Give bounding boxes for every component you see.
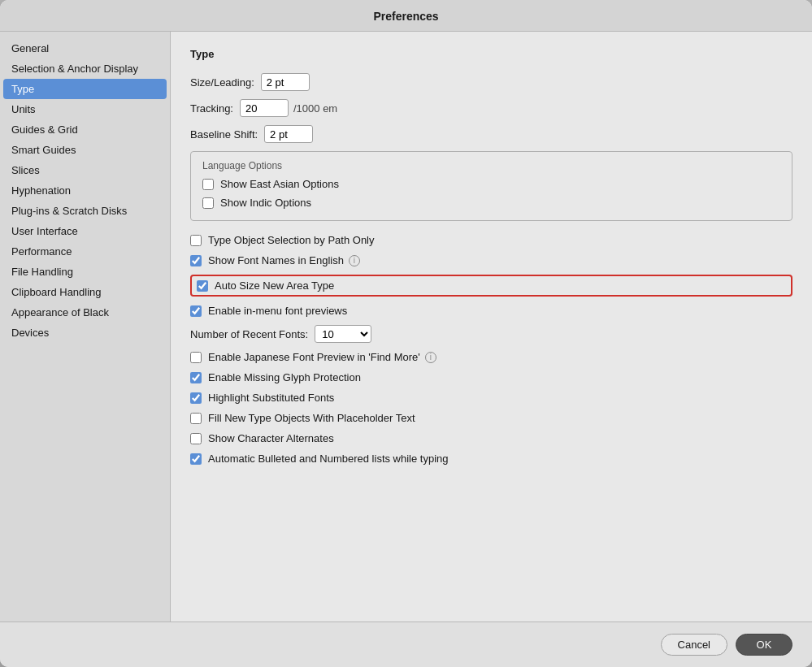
sidebar-item-plugins-scratch[interactable]: Plug-ins & Scratch Disks	[0, 201, 170, 221]
title-bar: Preferences	[0, 0, 812, 32]
highlight-substituted-checkbox[interactable]	[190, 392, 202, 404]
show-east-asian-row: Show East Asian Options	[202, 178, 780, 190]
enable-japanese-checkbox[interactable]	[190, 352, 202, 363]
tracking-unit: /1000 em	[293, 102, 337, 115]
sidebar-item-user-interface[interactable]: User Interface	[0, 221, 170, 241]
auto-bulleted-row: Automatic Bulleted and Numbered lists wh…	[190, 453, 792, 465]
auto-bulleted-label: Automatic Bulleted and Numbered lists wh…	[208, 453, 449, 465]
sidebar-item-selection-anchor[interactable]: Selection & Anchor Display	[0, 58, 170, 79]
show-font-names-label: Show Font Names in English	[208, 254, 344, 266]
enable-missing-glyph-row: Enable Missing Glyph Protection	[190, 371, 792, 383]
tracking-row: Tracking: /1000 em	[190, 99, 792, 117]
sidebar-item-devices[interactable]: Devices	[0, 323, 170, 343]
baseline-shift-input[interactable]	[264, 125, 313, 143]
show-character-alternates-row: Show Character Alternates	[190, 432, 792, 444]
sidebar-item-slices[interactable]: Slices	[0, 160, 170, 180]
sidebar-item-smart-guides[interactable]: Smart Guides	[0, 140, 170, 160]
baseline-shift-row: Baseline Shift:	[190, 125, 792, 143]
recent-fonts-select[interactable]: 5 10 15 20	[315, 325, 371, 343]
show-character-alternates-checkbox[interactable]	[190, 433, 202, 444]
show-east-asian-label: Show East Asian Options	[220, 178, 339, 190]
show-east-asian-checkbox[interactable]	[202, 179, 214, 190]
sidebar-item-type[interactable]: Type	[3, 79, 167, 99]
cancel-button[interactable]: Cancel	[661, 634, 727, 656]
highlight-substituted-row: Highlight Substituted Fonts	[190, 392, 792, 404]
auto-size-label: Auto Size New Area Type	[215, 279, 334, 292]
dialog-body: General Selection & Anchor Display Type …	[0, 32, 812, 622]
highlight-substituted-label: Highlight Substituted Fonts	[208, 392, 334, 404]
type-object-selection-checkbox[interactable]	[190, 235, 202, 246]
type-object-selection-label: Type Object Selection by Path Only	[208, 234, 375, 246]
sidebar: General Selection & Anchor Display Type …	[0, 32, 171, 622]
dialog-title: Preferences	[373, 10, 438, 23]
tracking-label: Tracking:	[190, 102, 233, 115]
enable-japanese-label: Enable Japanese Font Preview in 'Find Mo…	[208, 351, 420, 363]
fill-placeholder-checkbox[interactable]	[190, 413, 202, 424]
show-indic-row: Show Indic Options	[202, 197, 780, 209]
dialog-footer: Cancel OK	[0, 622, 812, 667]
auto-size-checkbox[interactable]	[197, 280, 208, 292]
baseline-shift-label: Baseline Shift:	[190, 128, 258, 141]
enable-menu-preview-row: Enable in-menu font previews	[190, 305, 792, 317]
show-character-alternates-label: Show Character Alternates	[208, 432, 334, 444]
auto-bulleted-checkbox[interactable]	[190, 453, 202, 465]
size-leading-input[interactable]	[261, 73, 310, 91]
sidebar-item-performance[interactable]: Performance	[0, 241, 170, 262]
sidebar-item-units[interactable]: Units	[0, 99, 170, 119]
enable-japanese-row: Enable Japanese Font Preview in 'Find Mo…	[190, 351, 792, 363]
enable-menu-preview-checkbox[interactable]	[190, 305, 202, 317]
preferences-dialog: Preferences General Selection & Anchor D…	[0, 0, 812, 667]
options-section: Type Object Selection by Path Only Show …	[190, 234, 792, 465]
language-options-title: Language Options	[202, 160, 780, 171]
type-object-selection-row: Type Object Selection by Path Only	[190, 234, 792, 246]
fill-placeholder-label: Fill New Type Objects With Placeholder T…	[208, 412, 415, 424]
size-leading-label: Size/Leading:	[190, 76, 254, 89]
ok-button[interactable]: OK	[736, 634, 792, 656]
show-indic-checkbox[interactable]	[202, 197, 214, 209]
content-area: Type Size/Leading: Tracking: /1000 em Ba…	[171, 32, 812, 622]
sidebar-item-appearance-of-black[interactable]: Appearance of Black	[0, 302, 170, 323]
show-font-names-info-icon[interactable]: i	[349, 255, 360, 266]
sidebar-item-general[interactable]: General	[0, 38, 170, 58]
size-leading-row: Size/Leading:	[190, 73, 792, 91]
language-options-box: Language Options Show East Asian Options…	[190, 151, 792, 221]
sidebar-item-guides-grid[interactable]: Guides & Grid	[0, 119, 170, 140]
enable-missing-glyph-checkbox[interactable]	[190, 372, 202, 383]
auto-size-highlighted-row: Auto Size New Area Type	[190, 275, 792, 297]
fill-placeholder-row: Fill New Type Objects With Placeholder T…	[190, 412, 792, 424]
section-title: Type	[190, 48, 792, 60]
sidebar-item-clipboard-handling[interactable]: Clipboard Handling	[0, 282, 170, 302]
show-font-names-checkbox[interactable]	[190, 255, 202, 266]
recent-fonts-row: Number of Recent Fonts: 5 10 15 20	[190, 325, 792, 343]
enable-japanese-info-icon[interactable]: i	[425, 352, 436, 363]
sidebar-item-hyphenation[interactable]: Hyphenation	[0, 180, 170, 201]
sidebar-item-file-handling[interactable]: File Handling	[0, 262, 170, 282]
show-indic-label: Show Indic Options	[220, 197, 311, 209]
enable-missing-glyph-label: Enable Missing Glyph Protection	[208, 371, 361, 383]
show-font-names-row: Show Font Names in English i	[190, 254, 792, 266]
tracking-input[interactable]	[240, 99, 289, 117]
enable-menu-preview-label: Enable in-menu font previews	[208, 305, 347, 317]
recent-fonts-label: Number of Recent Fonts:	[190, 328, 308, 340]
